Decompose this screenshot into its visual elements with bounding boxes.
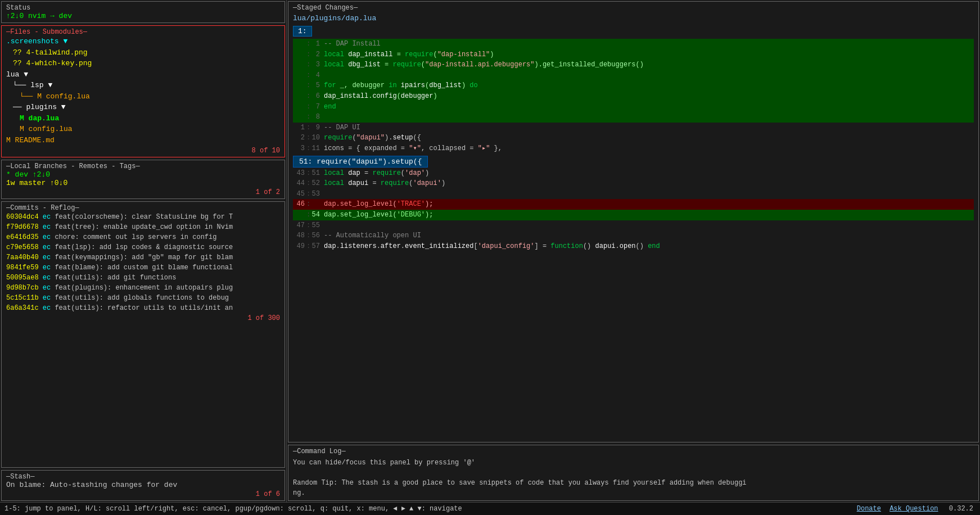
- bottom-links: Donate Ask Question 0.32.2: [857, 505, 976, 513]
- list-item[interactable]: .screenshots ▼: [6, 36, 280, 47]
- branches-footer: 1 of 2: [6, 188, 280, 196]
- diff-row: 3:11 icons = { expanded = "▾", collapsed…: [293, 143, 974, 154]
- list-item[interactable]: * dev ↑2↓0: [6, 170, 280, 179]
- cmd-log-section: ─Command Log─ You can hide/focus this pa…: [288, 445, 979, 501]
- diff-row: :1 -- DAP Install: [293, 39, 974, 49]
- diff-row: 45:53: [293, 189, 974, 200]
- selected-line-box: 51: require("dapui").setup({: [293, 157, 974, 166]
- list-item[interactable]: f79d6678 ec feat(tree): enable update_cw…: [6, 222, 280, 232]
- staged-filepath: lua/plugins/dap.lua: [293, 14, 974, 22]
- diff-row: 43:51 local dap = require('dap'): [293, 168, 974, 179]
- version-label: 0.32.2: [949, 505, 973, 513]
- diff-row: 49:57 dap.listeners.after.event_initiali…: [293, 241, 974, 252]
- list-item[interactable]: 1w master ↑0↓0: [6, 179, 280, 187]
- branches-header: ─Local Branches - Remotes - Tags─: [6, 162, 280, 170]
- status-section: Status ↑2↓0 nvim → dev: [1, 1, 285, 23]
- list-item[interactable]: 6a6a341c ec feat(utils): refactor utils …: [6, 303, 280, 313]
- diff-row: 46: dap.set_log_level('TRACE');: [293, 199, 974, 210]
- list-item[interactable]: ── plugins ▼: [6, 102, 280, 113]
- list-item[interactable]: ?? 4-which-key.png: [6, 58, 280, 69]
- file-tree: .screenshots ▼ ?? 4-tailwind.png ?? 4-wh…: [6, 36, 280, 146]
- list-item[interactable]: M README.md: [6, 135, 280, 146]
- cmd-log-line-1: You can hide/focus this panel by pressin…: [293, 458, 974, 468]
- staged-header: ─Staged Changes─: [293, 4, 974, 12]
- diff-block-1: :1 -- DAP Install :2 local dap_install =…: [293, 39, 974, 123]
- stash-footer: 1 of 6: [6, 490, 280, 498]
- list-item[interactable]: ?? 4-tailwind.png: [6, 47, 280, 58]
- status-title: Status: [6, 4, 280, 12]
- diff-row: :7 end: [293, 102, 974, 112]
- diff-row: :3 local dbg_list = require("dap-install…: [293, 60, 974, 70]
- list-item[interactable]: lua ▼: [6, 69, 280, 80]
- diff-row: 2:10 require("dapui").setup({: [293, 133, 974, 143]
- help-text: 1-5: jump to panel, H/L: scroll left/rig…: [4, 505, 462, 513]
- list-item[interactable]: e6416d35 ec chore: comment out lsp serve…: [6, 232, 280, 242]
- diff-row: :5 for _, debugger in ipairs(dbg_list) d…: [293, 80, 974, 91]
- status-line: ↑2↓0 nvim → dev: [6, 12, 280, 20]
- diff-row: :54 dap.set_log_level('DEBUG');: [293, 210, 974, 220]
- list-item[interactable]: 9d98b7cb ec feat(plugins): enhancement i…: [6, 283, 280, 293]
- donate-link[interactable]: Donate: [857, 505, 881, 513]
- stash-text: On blame: Auto-stashing changes for dev: [6, 481, 280, 489]
- diff-block-3: 43:51 local dap = require('dap') 44:52 l…: [293, 168, 974, 252]
- cmd-log-line-3: Random Tip: The stash is a good place to…: [293, 478, 974, 488]
- files-section: ─Files - Submodules─ .screenshots ▼ ?? 4…: [1, 25, 285, 157]
- bottom-bar: 1-5: jump to panel, H/L: scroll left/rig…: [0, 502, 980, 515]
- cmd-log-line-4: ng.: [293, 488, 974, 498]
- diff-row: 44:52 local dapui = require('dapui'): [293, 178, 974, 189]
- diff-row: 48:56 -- Automatically open UI: [293, 231, 974, 241]
- diff-row: :2 local dap_install = require("dap-inst…: [293, 49, 974, 60]
- commits-footer: 1 of 300: [6, 314, 280, 322]
- stash-header: ─Stash─: [6, 473, 280, 481]
- list-item[interactable]: └── M config.lua: [6, 91, 280, 102]
- cursor-line-indicator: 1:: [293, 26, 312, 37]
- diff-row: :6 dap_install.config(debugger): [293, 91, 974, 102]
- stash-section: ─Stash─ On blame: Auto-stashing changes …: [1, 470, 285, 501]
- files-footer: 8 of 10: [6, 147, 280, 155]
- files-header: ─Files - Submodules─: [6, 28, 280, 36]
- list-item[interactable]: 60304dc4 ec feat(colorscheme): clear Sta…: [6, 212, 280, 222]
- branches-section: ─Local Branches - Remotes - Tags─ * dev …: [1, 160, 285, 199]
- list-item[interactable]: M dap.lua: [6, 113, 280, 124]
- diff-row: :4: [293, 70, 974, 81]
- commits-section: ─Commits - Reflog─ 60304dc4 ec feat(colo…: [1, 201, 285, 468]
- diff-row: 47:55: [293, 220, 974, 231]
- list-item[interactable]: 7aa40b40 ec feat(keymappings): add "gb" …: [6, 252, 280, 263]
- cmd-log-line-2: [293, 468, 974, 478]
- list-item[interactable]: └── lsp ▼: [6, 80, 280, 91]
- commits-header: ─Commits - Reflog─: [6, 204, 280, 212]
- diff-row: :8: [293, 112, 974, 123]
- list-item[interactable]: 50095ae8 ec feat(utils): add git functio…: [6, 273, 280, 283]
- list-item[interactable]: 5c15c11b ec feat(utils): add globals fun…: [6, 293, 280, 303]
- cmd-log-header: ─Command Log─: [293, 448, 974, 455]
- list-item[interactable]: M config.lua: [6, 124, 280, 135]
- list-item[interactable]: c79e5658 ec feat(lsp): add lsp codes & d…: [6, 242, 280, 252]
- list-item[interactable]: 9841fe59 ec feat(blame): add custom git …: [6, 263, 280, 273]
- diff-row: 1:9 -- DAP UI: [293, 123, 974, 133]
- staged-section: ─Staged Changes─ lua/plugins/dap.lua 1: …: [288, 1, 979, 442]
- ask-question-link[interactable]: Ask Question: [889, 505, 938, 513]
- diff-block-2: 1:9 -- DAP UI 2:10 require("dapui").setu…: [293, 123, 974, 154]
